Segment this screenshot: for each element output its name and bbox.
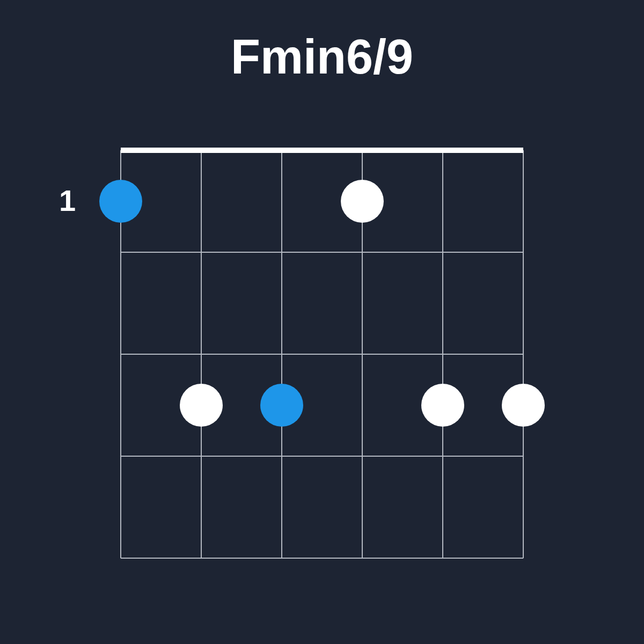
- finger-dot: [502, 384, 545, 427]
- start-fret-label: 1: [59, 183, 76, 218]
- finger-dot-root: [260, 384, 303, 427]
- finger-dot: [341, 180, 384, 223]
- chord-title: Fmin6/9: [0, 0, 644, 85]
- fretboard-grid: [115, 145, 529, 567]
- finger-dot-root: [99, 180, 142, 223]
- finger-dot: [180, 384, 223, 427]
- chord-diagram: 1: [115, 145, 529, 567]
- finger-dot: [421, 384, 464, 427]
